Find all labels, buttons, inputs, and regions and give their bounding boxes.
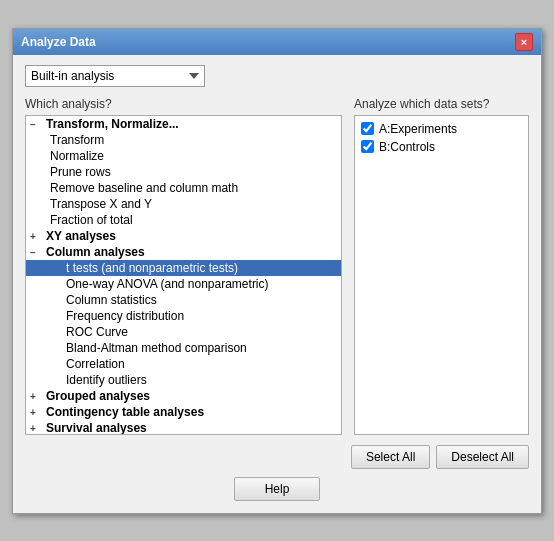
dropdown-row: Built-in analysis xyxy=(25,65,529,87)
two-column-layout: Which analysis? −Transform, Normalize...… xyxy=(25,97,529,435)
analysis-dropdown[interactable]: Built-in analysis xyxy=(25,65,205,87)
dataset-row-a-experiments[interactable]: A:Experiments xyxy=(361,122,522,136)
tree-item-prune-rows[interactable]: Prune rows xyxy=(26,164,341,180)
tree-item-roc-curve[interactable]: ROC Curve xyxy=(26,324,341,340)
dataset-label-b-controls: B:Controls xyxy=(379,140,435,154)
action-buttons: Select All Deselect All xyxy=(25,445,529,469)
left-panel: Which analysis? −Transform, Normalize...… xyxy=(25,97,342,435)
tree-item-normalize[interactable]: Normalize xyxy=(26,148,341,164)
close-button[interactable]: × xyxy=(515,33,533,51)
tree-item-one-way-anova[interactable]: One-way ANOVA (and nonparametric) xyxy=(26,276,341,292)
tree-item-survival-analyses[interactable]: +Survival analyses xyxy=(26,420,341,435)
expand-icon: − xyxy=(30,119,44,130)
window-body: Built-in analysis Which analysis? −Trans… xyxy=(13,55,541,513)
tree-item-transform-group[interactable]: −Transform, Normalize... xyxy=(26,116,341,132)
tree-item-bland-altman[interactable]: Bland-Altman method comparison xyxy=(26,340,341,356)
titlebar: Analyze Data × xyxy=(13,29,541,55)
dataset-label-a-experiments: A:Experiments xyxy=(379,122,457,136)
tree-item-xy-analyses[interactable]: +XY analyses xyxy=(26,228,341,244)
analyze-data-window: Analyze Data × Built-in analysis Which a… xyxy=(12,28,542,514)
expand-icon: − xyxy=(30,247,44,258)
tree-item-column-analyses[interactable]: −Column analyses xyxy=(26,244,341,260)
dataset-checkbox-a-experiments[interactable] xyxy=(361,122,374,135)
analysis-tree[interactable]: −Transform, Normalize...TransformNormali… xyxy=(25,115,342,435)
tree-item-column-statistics[interactable]: Column statistics xyxy=(26,292,341,308)
tree-item-transform[interactable]: Transform xyxy=(26,132,341,148)
help-button[interactable]: Help xyxy=(234,477,321,501)
tree-item-correlation[interactable]: Correlation xyxy=(26,356,341,372)
deselect-all-button[interactable]: Deselect All xyxy=(436,445,529,469)
tree-item-remove-baseline[interactable]: Remove baseline and column math xyxy=(26,180,341,196)
right-panel-label: Analyze which data sets? xyxy=(354,97,529,111)
tree-item-frequency-distribution[interactable]: Frequency distribution xyxy=(26,308,341,324)
expand-icon: + xyxy=(30,231,44,242)
dataset-list: A:ExperimentsB:Controls xyxy=(354,115,529,435)
right-panel: Analyze which data sets? A:ExperimentsB:… xyxy=(354,97,529,435)
tree-item-t-tests[interactable]: t tests (and nonparametric tests) xyxy=(26,260,341,276)
expand-icon: + xyxy=(30,391,44,402)
expand-icon: + xyxy=(30,423,44,434)
tree-item-fraction-of-total[interactable]: Fraction of total xyxy=(26,212,341,228)
help-row: Help xyxy=(25,477,529,501)
tree-item-grouped-analyses[interactable]: +Grouped analyses xyxy=(26,388,341,404)
window-title: Analyze Data xyxy=(21,35,96,49)
select-all-button[interactable]: Select All xyxy=(351,445,430,469)
tree-item-transpose-x-y[interactable]: Transpose X and Y xyxy=(26,196,341,212)
tree-item-contingency-table[interactable]: +Contingency table analyses xyxy=(26,404,341,420)
dataset-checkbox-b-controls[interactable] xyxy=(361,140,374,153)
tree-item-identify-outliers[interactable]: Identify outliers xyxy=(26,372,341,388)
dataset-row-b-controls[interactable]: B:Controls xyxy=(361,140,522,154)
expand-icon: + xyxy=(30,407,44,418)
left-panel-label: Which analysis? xyxy=(25,97,342,111)
